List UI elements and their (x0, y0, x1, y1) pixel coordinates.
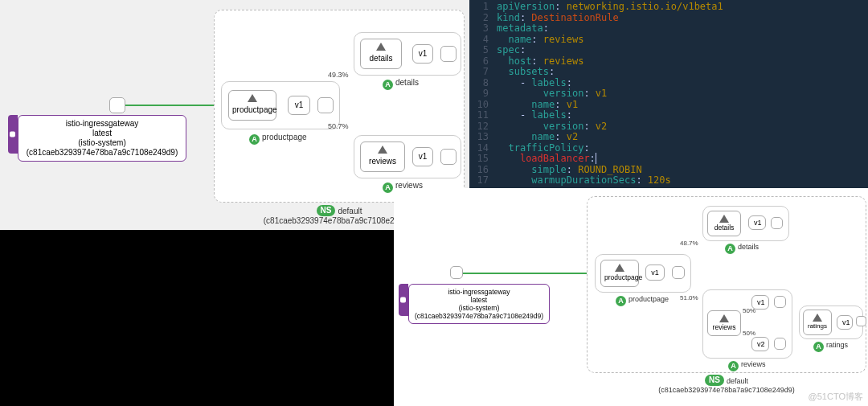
gateway-version: latest (23, 129, 181, 138)
pct-reviews: 50.7% (328, 122, 349, 130)
gateway-node[interactable]: istio-ingressgateway latest (istio-syste… (408, 284, 550, 324)
pill-ratings-v1[interactable]: v1 (837, 315, 853, 330)
svc-ratings[interactable]: ratings (803, 310, 832, 335)
pill-reviews-v1[interactable]: v1 (412, 147, 433, 166)
app-label-ratings: Aratings (813, 341, 848, 352)
svc-productpage[interactable]: productpage (228, 90, 276, 121)
gateway-port (450, 266, 463, 279)
ns-badge: NS (317, 205, 336, 216)
pill-productpage-v1[interactable]: v1 (288, 96, 310, 115)
pct-rv2: 50% (743, 330, 755, 337)
gateway-handle[interactable] (399, 284, 408, 316)
pill-reviews-v2[interactable]: v2 (751, 337, 769, 351)
port-ratings (856, 316, 866, 326)
gateway-id: (c81caeb3293974e78ba7a9c7108e249d9) (23, 148, 181, 158)
port-reviews-v2 (774, 338, 786, 350)
gateway-handle[interactable] (8, 115, 18, 154)
pct-details: 48.7% (680, 240, 698, 247)
code-editor[interactable]: 1apiVersion: networking.istio.io/v1beta1… (469, 0, 868, 188)
pct-reviews: 51.0% (680, 294, 698, 301)
svc-details[interactable]: details (360, 39, 402, 69)
port-productpage (317, 97, 334, 113)
app-label-productpage: Aproductpage (249, 133, 307, 145)
svc-reviews[interactable]: reviews (707, 310, 741, 336)
app-label-reviews: Areviews (728, 360, 766, 371)
empty-panel (0, 230, 394, 406)
svc-productpage[interactable]: productpage (600, 260, 639, 287)
pill-details-v1[interactable]: v1 (412, 44, 433, 64)
pill-productpage-v1[interactable]: v1 (645, 265, 665, 281)
port-details (771, 217, 783, 229)
graph-2: istio-ingressgateway latest (istio-syste… (394, 188, 868, 406)
gateway-name: istio-ingressgateway (23, 119, 181, 129)
pill-details-v1[interactable]: v1 (748, 215, 766, 230)
app-label-details: Adetails (725, 243, 759, 254)
gateway-node[interactable]: istio-ingressgateway latest (istio-syste… (18, 115, 186, 162)
app-label-details: Adetails (383, 78, 419, 90)
port-reviews-v1 (774, 296, 786, 308)
app-label-productpage: Aproductpage (616, 295, 669, 306)
pct-rv1: 50% (743, 307, 755, 314)
port-details (440, 46, 457, 62)
code-body: 1apiVersion: networking.istio.io/v1beta1… (469, 0, 868, 187)
gateway-port (109, 97, 125, 113)
svc-reviews[interactable]: reviews (360, 141, 405, 172)
port-reviews (440, 149, 457, 165)
svc-details[interactable]: details (707, 211, 741, 236)
watermark: @51CTO博客 (809, 391, 863, 403)
gateway-namespace: (istio-system) (23, 138, 181, 148)
pct-details: 49.3% (328, 71, 349, 79)
port-productpage (672, 266, 685, 279)
